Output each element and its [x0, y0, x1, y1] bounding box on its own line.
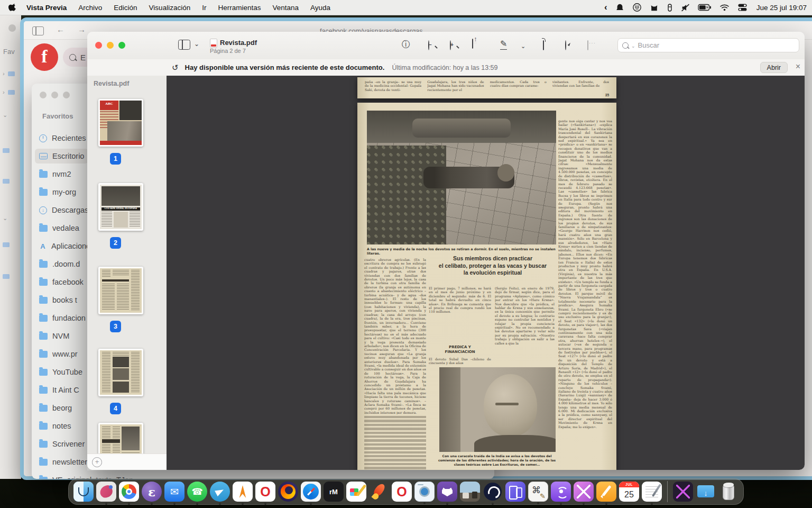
chevron-down-icon[interactable]: ⌄	[3, 112, 7, 119]
menu-herramientas[interactable]: Herramientas	[218, 4, 261, 12]
bell-icon[interactable]	[615, 3, 624, 12]
sidebar-item-descargas[interactable]: ↓Descargas	[39, 203, 88, 217]
sidebar-item-facebook[interactable]: facebook	[39, 275, 84, 289]
sidebar-row[interactable]: ›	[3, 89, 15, 95]
chevron-down-icon[interactable]: ⌄	[3, 215, 7, 222]
page-badge-3[interactable]: 3	[110, 321, 121, 332]
dock-safari[interactable]	[301, 482, 321, 502]
dock-affinity-photo[interactable]	[574, 482, 594, 502]
sidebar-item-nvm2[interactable]: nvm2	[39, 167, 71, 182]
open-button[interactable]: Abrir	[760, 62, 788, 73]
close-icon[interactable]: ×	[796, 62, 800, 71]
dock-whatsapp[interactable]	[187, 482, 207, 502]
sidebar-item-newsletter[interactable]: newsletter	[39, 455, 87, 469]
sidebar-item-it-aint[interactable]: It Aint C	[39, 383, 79, 397]
dock-github[interactable]	[437, 482, 457, 502]
menu-bar-clock[interactable]: Jue 25 jul 19:07	[756, 4, 807, 12]
page-thumbnail-2[interactable]: LOS HARE KRSNA, EN ESPAÑA	[98, 183, 143, 231]
info-icon[interactable]: ⓘ	[402, 40, 410, 49]
dock-emacs[interactable]	[142, 482, 162, 502]
dock-affinity-designer[interactable]	[673, 482, 693, 502]
control-center-icon[interactable]	[737, 3, 748, 12]
airpods-case-icon[interactable]	[667, 3, 673, 12]
dock-remarkable[interactable]: rM	[324, 482, 344, 502]
fullscreen-button[interactable]	[118, 42, 125, 49]
forward-icon[interactable]: →	[78, 25, 86, 34]
dock-chrome[interactable]	[119, 482, 139, 502]
sidebar-item-books[interactable]: books t	[39, 293, 77, 307]
sidebar-item-escritorio[interactable]: Escritorio	[35, 149, 88, 164]
dock-keyboard-maestro[interactable]	[528, 482, 548, 502]
dock-trash[interactable]	[718, 482, 739, 502]
dock-textedit[interactable]	[642, 482, 662, 502]
chevron-down-icon[interactable]: ⌄	[194, 40, 199, 48]
close-button-inactive[interactable]	[40, 92, 47, 98]
dock-opera[interactable]	[255, 482, 275, 502]
pdf-viewing-area[interactable]: paña –en la granja– se usa muy de la med…	[167, 76, 805, 470]
cat-icon[interactable]	[650, 3, 659, 12]
page-badge-4[interactable]: 4	[110, 403, 121, 414]
dock-gallery-window[interactable]	[460, 482, 480, 502]
page-badge-2[interactable]: 2	[110, 237, 121, 249]
zoom-in-icon[interactable]: +	[450, 41, 451, 50]
page-thumbnail-3[interactable]	[98, 267, 143, 314]
sidebar-item-doom[interactable]: .doom.d	[39, 257, 80, 271]
dock-numbers-grid[interactable]	[346, 482, 366, 502]
sidebar-item-recientes[interactable]: Recientes	[39, 131, 86, 146]
share-icon[interactable]	[472, 39, 473, 49]
sidebar-row[interactable]: ›	[3, 70, 15, 77]
sidebar-toggle-icon[interactable]	[32, 26, 44, 35]
sidebar-item-vedalea[interactable]: vedalea	[39, 221, 79, 235]
sidebar-item-www[interactable]: www.pr	[39, 347, 78, 361]
close-button[interactable]	[95, 42, 102, 49]
menu-visualizacion[interactable]: Visualización	[149, 4, 191, 12]
traffic-light-inactive[interactable]	[8, 24, 16, 32]
input-globe-grid-icon[interactable]	[632, 3, 642, 12]
dock-mail[interactable]	[164, 482, 184, 502]
back-icon[interactable]: ←	[57, 25, 64, 34]
dock-quill-writer[interactable]	[233, 482, 253, 502]
search-input[interactable]: ⌄ Buscar	[617, 38, 799, 52]
chevron-left-icon[interactable]: ‹	[604, 0, 607, 15]
sidebar-item-beorg[interactable]: beorg	[39, 401, 72, 415]
sidebar-row[interactable]	[3, 179, 10, 184]
wifi-icon[interactable]	[719, 4, 730, 11]
dock-obs[interactable]	[483, 482, 503, 502]
fill-form-icon[interactable]	[587, 41, 588, 50]
sidebar-item-aplicaciones[interactable]: AAplicaciones	[39, 239, 94, 253]
page-thumbnail-5[interactable]	[98, 423, 143, 454]
dock-calendar[interactable]: JUL 25	[619, 482, 639, 502]
sidebar-item-youtube[interactable]: YouTube	[39, 365, 82, 379]
dock-pages[interactable]	[596, 482, 616, 502]
menu-ayuda[interactable]: Ayuda	[310, 4, 330, 12]
menu-edicion[interactable]: Edición	[114, 4, 137, 12]
dock-iphone-mirroring[interactable]	[505, 482, 525, 502]
dock-brush-app[interactable]	[96, 482, 116, 502]
dock-opera-alt[interactable]	[392, 482, 412, 502]
dock-washer-utility[interactable]	[414, 482, 435, 502]
dock-telegram[interactable]	[210, 482, 230, 502]
zoom-out-icon[interactable]: −	[428, 41, 429, 50]
mute-icon[interactable]	[681, 3, 690, 12]
sidebar-item-scrivener[interactable]: Scrivener	[39, 437, 85, 451]
rotate-icon[interactable]	[543, 41, 544, 50]
active-app-name[interactable]: Vista Previa	[26, 4, 67, 12]
dock-rocket[interactable]	[369, 482, 389, 502]
markup-chevron-icon[interactable]: ⌄	[521, 41, 525, 51]
markup-pen-icon[interactable]: ✎	[500, 39, 507, 50]
sidebar-item-notes[interactable]: notes	[39, 419, 71, 433]
menu-ir[interactable]: Ir	[202, 4, 206, 12]
dock-finder[interactable]	[73, 482, 94, 502]
dock-firefox[interactable]	[278, 482, 298, 502]
sidebar-row[interactable]	[3, 242, 10, 247]
page-badge-1[interactable]: 1	[110, 153, 121, 165]
minimize-button[interactable]	[107, 42, 114, 49]
apple-logo-icon[interactable]	[8, 3, 17, 12]
zoom-button-inactive[interactable]	[63, 92, 70, 98]
dock-downloads-folder[interactable]	[696, 482, 716, 502]
facebook-logo[interactable]: f	[31, 43, 58, 71]
menu-archivo[interactable]: Archivo	[78, 4, 102, 12]
page-thumbnail-4[interactable]	[98, 349, 143, 396]
add-icon[interactable]: +	[92, 457, 102, 467]
menu-ventana[interactable]: Ventana	[272, 4, 299, 12]
